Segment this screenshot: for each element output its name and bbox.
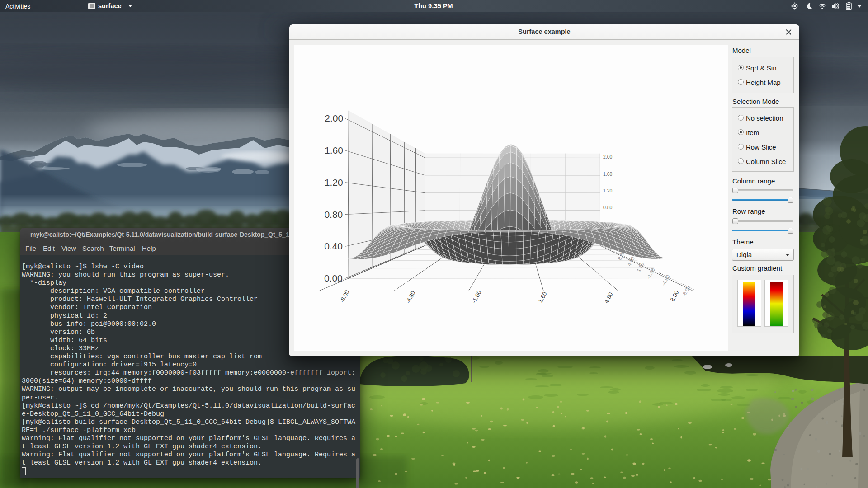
svg-text:0.00: 0.00 — [324, 273, 343, 283]
svg-text:1.20: 1.20 — [325, 177, 343, 188]
svg-text:0.40: 0.40 — [324, 241, 343, 251]
svg-text:0.80: 0.80 — [324, 209, 343, 220]
svg-text:2.00: 2.00 — [603, 154, 613, 160]
svg-text:1.20: 1.20 — [603, 188, 613, 193]
svg-text:0.80: 0.80 — [603, 205, 613, 210]
svg-text:1.60: 1.60 — [325, 145, 343, 155]
svg-text:1.60: 1.60 — [603, 171, 613, 177]
svg-text:2.00: 2.00 — [325, 113, 343, 123]
